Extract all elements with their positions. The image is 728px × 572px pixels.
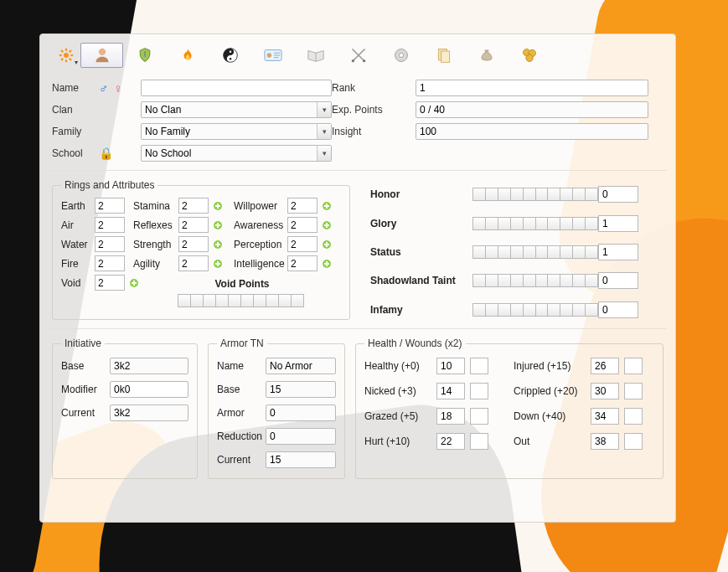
wound-checkbox[interactable] <box>470 358 488 374</box>
tracker-label: Glory <box>370 218 472 229</box>
increment-trait-button[interactable] <box>321 239 333 250</box>
tracker-rank-input[interactable] <box>598 244 638 260</box>
yinyang-icon <box>222 47 239 64</box>
rings-legend: Rings and Attributes <box>61 179 157 191</box>
wound-checkbox[interactable] <box>624 433 643 450</box>
stat-value-input[interactable] <box>178 198 209 214</box>
init-cur-field <box>110 405 188 421</box>
armor-red-label: Reduction <box>217 430 266 442</box>
increment-void-button[interactable] <box>128 277 140 289</box>
stat-value-input[interactable] <box>178 236 209 252</box>
tracker-tenbox[interactable] <box>472 188 598 201</box>
tab-weapons[interactable] <box>337 43 379 68</box>
svg-line-19 <box>352 49 364 62</box>
increment-stat-button[interactable] <box>212 239 224 250</box>
ring-value-input[interactable] <box>95 198 125 214</box>
wound-checkbox[interactable] <box>470 383 488 399</box>
tracker-tenbox[interactable] <box>472 274 598 287</box>
armor-legend: Armor TN <box>217 338 267 349</box>
wound-value-input[interactable] <box>436 408 465 425</box>
tab-advantages[interactable] <box>209 43 251 68</box>
stat-value-input[interactable] <box>178 217 209 233</box>
tab-coins[interactable] <box>508 43 550 68</box>
female-icon[interactable]: ♀ <box>113 81 122 95</box>
wound-value-input[interactable] <box>591 408 619 425</box>
family-select[interactable]: ▾ <box>141 123 332 140</box>
flame-icon <box>180 47 195 64</box>
dropdown-arrow-icon[interactable]: ▾ <box>317 124 331 139</box>
void-points-track[interactable] <box>140 294 341 307</box>
wound-level-label: Down (+40) <box>514 410 586 422</box>
svg-point-27 <box>523 49 529 56</box>
tab-skills[interactable] <box>123 43 166 68</box>
stat-value-input[interactable] <box>178 255 209 271</box>
rank-field[interactable] <box>416 80 648 96</box>
init-cur-label: Current <box>61 407 110 419</box>
ring-value-input[interactable] <box>95 217 125 233</box>
dropdown-arrow-icon[interactable]: ▾ <box>317 102 331 117</box>
wound-value-input[interactable] <box>591 383 619 399</box>
tracker-tenbox[interactable] <box>472 303 598 317</box>
wound-value-input[interactable] <box>436 433 465 450</box>
tracker-rank-input[interactable] <box>598 215 638 232</box>
male-icon[interactable]: ♂ <box>99 81 108 95</box>
gear-menu-button[interactable]: ▾ <box>52 43 80 68</box>
clan-select[interactable]: ▾ <box>141 101 332 118</box>
school-select[interactable]: ▾ <box>141 145 332 162</box>
trait-value-input[interactable] <box>287 198 318 214</box>
insight-field <box>416 123 648 140</box>
tracker-tenbox[interactable] <box>472 245 598 259</box>
tab-armor[interactable] <box>379 43 422 68</box>
wound-checkbox[interactable] <box>470 433 488 450</box>
wound-checkbox[interactable] <box>624 358 643 374</box>
ring-row: EarthStaminaWillpower <box>61 198 341 214</box>
wound-value-input[interactable] <box>591 358 619 374</box>
wound-value-input[interactable] <box>436 383 465 399</box>
ring-row: AirReflexesAwareness <box>61 217 341 233</box>
void-label: Void <box>61 277 91 289</box>
ring-label: Air <box>61 219 91 231</box>
tab-identity[interactable] <box>251 43 294 68</box>
armor-fieldset: Armor TN Name Base Armor Reduction Curre… <box>208 338 345 479</box>
dropdown-arrow-icon[interactable]: ▾ <box>317 146 331 161</box>
tab-ring-fire[interactable] <box>166 43 209 68</box>
svg-point-28 <box>529 49 535 56</box>
increment-stat-button[interactable] <box>212 200 224 212</box>
trait-value-input[interactable] <box>287 255 318 271</box>
tracker-tenbox[interactable] <box>472 217 598 230</box>
health-fieldset: Health / Wounds (x2) Healthy (+0)Injured… <box>355 338 663 479</box>
increment-trait-button[interactable] <box>321 258 333 270</box>
increment-stat-button[interactable] <box>212 258 224 270</box>
trait-value-input[interactable] <box>287 236 318 252</box>
wound-checkbox[interactable] <box>470 408 488 425</box>
tab-notes[interactable] <box>294 43 337 68</box>
increment-trait-button[interactable] <box>321 219 333 231</box>
tab-inventory[interactable] <box>465 43 508 68</box>
lock-icon[interactable]: 🔒 <box>99 147 113 160</box>
ring-label: Fire <box>61 258 91 270</box>
initiative-fieldset: Initiative Base Modifier Current <box>52 338 198 479</box>
ring-value-input[interactable] <box>95 255 125 271</box>
book-icon <box>307 49 325 62</box>
exp-field <box>416 101 648 118</box>
increment-stat-button[interactable] <box>212 219 224 231</box>
exp-label: Exp. Points <box>332 104 416 116</box>
tracker-rank-input[interactable] <box>598 301 638 318</box>
trait-value-input[interactable] <box>287 217 318 233</box>
wound-checkbox[interactable] <box>624 383 643 399</box>
init-mod-field[interactable] <box>110 381 188 398</box>
tracker-rank-input[interactable] <box>598 186 638 203</box>
svg-line-7 <box>61 59 63 60</box>
tab-overview[interactable] <box>80 43 123 68</box>
wound-checkbox[interactable] <box>624 408 643 425</box>
wound-value-input[interactable] <box>436 358 465 374</box>
scrolls-icon <box>436 47 452 64</box>
wound-value-input[interactable] <box>591 433 619 450</box>
void-input[interactable] <box>95 275 125 291</box>
tracker-rank-input[interactable] <box>598 272 638 289</box>
initiative-legend: Initiative <box>61 338 105 349</box>
name-input[interactable] <box>141 80 332 96</box>
ring-value-input[interactable] <box>95 236 125 252</box>
increment-trait-button[interactable] <box>321 200 333 212</box>
tab-spells[interactable] <box>422 43 465 68</box>
